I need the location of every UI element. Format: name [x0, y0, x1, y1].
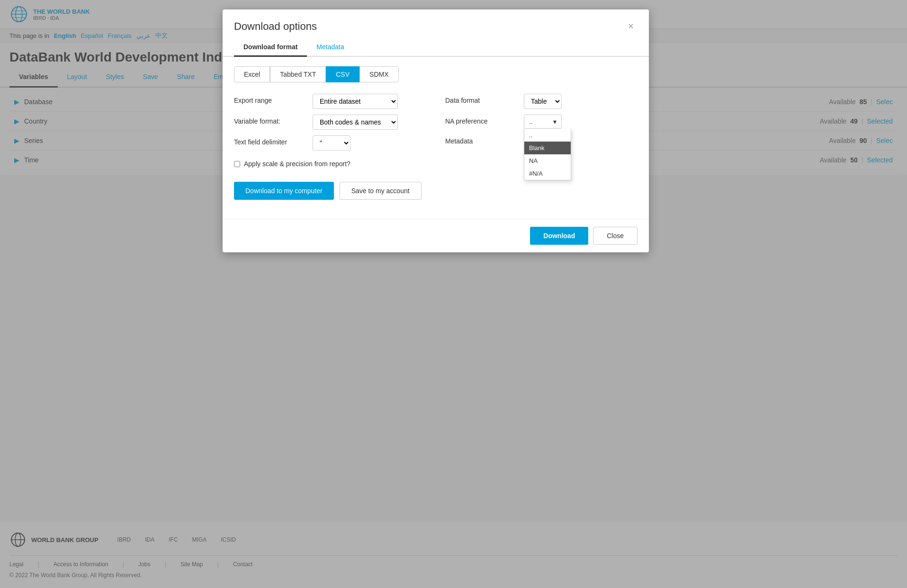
- modal-header: Download options ×: [223, 9, 649, 38]
- format-buttons-group: Excel Tabbed TXT CSV SDMX: [234, 66, 638, 82]
- modal-body: Excel Tabbed TXT CSV SDMX Export range E…: [223, 57, 649, 209]
- na-preference-control: .. ▾ .. Blank NA #N/A: [524, 115, 638, 129]
- data-format-select[interactable]: Table List: [524, 94, 562, 109]
- na-current-value: ..: [529, 118, 533, 125]
- text-delimiter-select[interactable]: " , ;: [313, 135, 350, 151]
- na-dropdown: .. ▾ .. Blank NA #N/A: [524, 115, 562, 129]
- export-range-control: Entire dataset Selected data: [313, 94, 426, 109]
- modal-title: Download options: [234, 20, 317, 33]
- close-button[interactable]: Close: [593, 227, 638, 245]
- format-btn-csv[interactable]: CSV: [326, 66, 359, 82]
- save-to-account-button[interactable]: Save to my account: [340, 182, 422, 200]
- data-format-control: Table List: [524, 94, 638, 109]
- na-option-hash-na[interactable]: #N/A: [524, 167, 571, 180]
- download-to-computer-button[interactable]: Download to my computer: [234, 182, 334, 200]
- variable-format-select[interactable]: Both codes & names Codes only Names only: [313, 115, 398, 130]
- variable-format-row: Variable format: Both codes & names Code…: [234, 115, 426, 130]
- variable-format-control: Both codes & names Codes only Names only: [313, 115, 426, 130]
- export-range-select[interactable]: Entire dataset Selected data: [313, 94, 398, 109]
- text-delimiter-row: Text field delimiter " , ;: [234, 135, 426, 151]
- right-options: Data format Table List NA preference: [445, 94, 638, 168]
- download-button[interactable]: Download: [530, 227, 588, 245]
- na-preference-row: NA preference .. ▾ .. Blank: [445, 115, 638, 129]
- text-delimiter-control: " , ;: [313, 135, 426, 151]
- action-buttons: Download to my computer Save to my accou…: [234, 182, 638, 200]
- page-background: THE WORLD BANK IBRD · IDA This page is i…: [0, 0, 907, 588]
- apply-scale-row: Apply scale & precision from report?: [234, 160, 426, 168]
- options-grid: Export range Entire dataset Selected dat…: [234, 94, 638, 168]
- chevron-down-icon: ▾: [553, 118, 557, 125]
- na-preference-label: NA preference: [445, 115, 516, 125]
- left-options: Export range Entire dataset Selected dat…: [234, 94, 426, 168]
- format-btn-tabbed-txt[interactable]: Tabbed TXT: [270, 66, 326, 82]
- apply-scale-label: Apply scale & precision from report?: [244, 160, 350, 168]
- download-options-modal: Download options × Download format Metad…: [223, 9, 649, 252]
- export-range-label: Export range: [234, 94, 305, 104]
- na-dropdown-trigger[interactable]: .. ▾: [524, 115, 562, 129]
- variable-format-label: Variable format:: [234, 115, 305, 125]
- modal-tab-metadata[interactable]: Metadata: [307, 38, 353, 57]
- apply-scale-checkbox[interactable]: [234, 161, 240, 167]
- na-option-na[interactable]: NA: [524, 154, 571, 167]
- na-dropdown-list: .. Blank NA #N/A: [524, 129, 571, 180]
- modal-close-button[interactable]: ×: [624, 19, 638, 34]
- modal-footer: Download Close: [223, 219, 649, 252]
- modal-tabs: Download format Metadata: [223, 38, 649, 57]
- format-btn-excel[interactable]: Excel: [234, 66, 270, 82]
- modal-tab-download-format[interactable]: Download format: [234, 38, 307, 57]
- na-option-dotdot[interactable]: ..: [524, 129, 571, 142]
- na-option-blank[interactable]: Blank: [524, 142, 571, 154]
- data-format-row: Data format Table List: [445, 94, 638, 109]
- export-range-row: Export range Entire dataset Selected dat…: [234, 94, 426, 109]
- format-btn-sdmx[interactable]: SDMX: [359, 66, 398, 82]
- data-format-label: Data format: [445, 94, 516, 104]
- metadata-label: Metadata: [445, 134, 516, 145]
- text-delimiter-label: Text field delimiter: [234, 135, 305, 146]
